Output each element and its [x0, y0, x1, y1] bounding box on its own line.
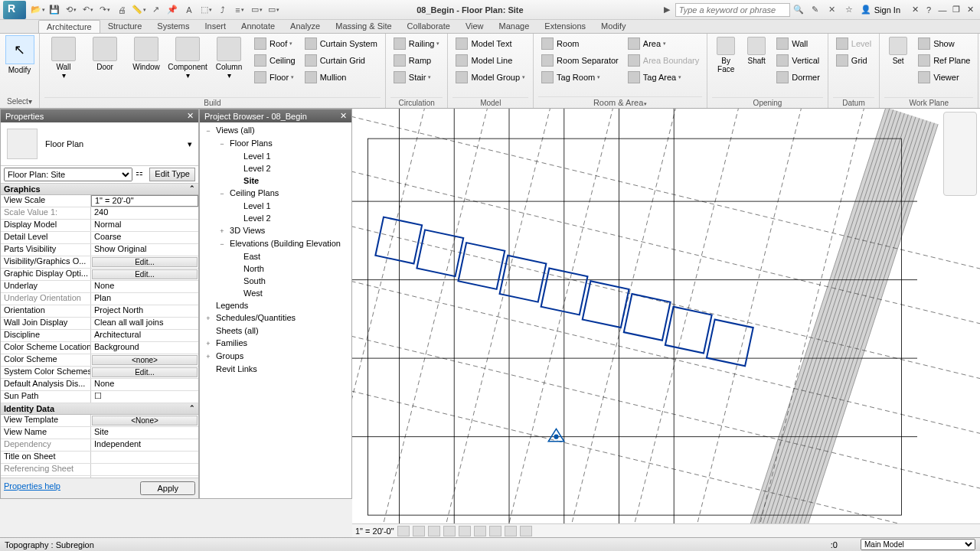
print-icon[interactable]: 🖨 — [114, 2, 129, 18]
properties-grid[interactable]: GraphicsView Scale1" = 20'-0"Scale Value… — [1, 184, 198, 478]
level-button[interactable]: Level — [833, 35, 874, 52]
align-icon[interactable]: ↗ — [148, 2, 163, 18]
prop-row[interactable]: System Color SchemesEdit... — [1, 367, 198, 379]
filter-icon[interactable]: ⚏ — [136, 168, 143, 181]
prop-category[interactable]: Graphics — [1, 184, 198, 195]
comm-icon[interactable]: ✎ — [808, 2, 823, 18]
tree-node[interactable]: − Views (all) — [201, 124, 350, 137]
prop-row[interactable]: Wall Join DisplayClean all wall joins — [1, 318, 198, 330]
app-icon[interactable] — [3, 1, 26, 19]
crop-icon[interactable] — [459, 526, 471, 536]
stair-button[interactable]: Stair — [390, 69, 443, 86]
railing-button[interactable]: Railing — [390, 35, 443, 52]
shaft-button[interactable]: Shaft — [743, 35, 770, 67]
viewer-button[interactable]: Viewer — [915, 69, 973, 86]
model-line-button[interactable]: Model Line — [452, 52, 528, 69]
curtain-system-button[interactable]: Curtain System — [302, 35, 381, 52]
dim-icon[interactable]: 📏 — [131, 2, 146, 18]
curtain-grid-button[interactable]: Curtain Grid — [302, 52, 381, 69]
tree-node[interactable]: − Ceiling Plans — [201, 187, 350, 200]
grid-button[interactable]: Grid — [833, 52, 874, 69]
user-icon[interactable]: 👤 — [858, 2, 874, 18]
tree-node[interactable]: Level 1 — [201, 150, 350, 162]
tree-node[interactable]: Revit Links — [201, 363, 350, 375]
floor-button[interactable]: Floor — [251, 69, 299, 86]
tree-node[interactable]: Sheets (all) — [201, 324, 350, 337]
tab-modify[interactable]: Modify — [593, 20, 633, 33]
prop-row[interactable]: DisciplineArchitectural — [1, 330, 198, 342]
mullion-button[interactable]: Mullion — [302, 69, 381, 86]
show-button[interactable]: Show — [915, 35, 973, 52]
tree-node[interactable]: + Schedules/Quantities — [201, 311, 350, 324]
view-cube[interactable] — [943, 112, 977, 196]
tree-node[interactable]: + Families — [201, 337, 350, 350]
drawing-canvas[interactable]: 1" = 20'-0" — [352, 109, 980, 537]
tab-manage[interactable]: Manage — [492, 20, 537, 33]
apply-button[interactable]: Apply — [140, 481, 195, 495]
tree-node[interactable]: Site — [201, 174, 350, 187]
roof-button[interactable]: Roof — [251, 35, 299, 52]
dormer-button[interactable]: Dormer — [773, 69, 823, 86]
prop-row[interactable]: Visibility/Graphics O...Edit... — [1, 256, 198, 269]
tag-room-button[interactable]: Tag Room — [538, 69, 622, 86]
tree-node[interactable]: − Floor Plans — [201, 137, 350, 150]
vertical-button[interactable]: Vertical — [773, 52, 823, 69]
room-separator-button[interactable]: Room Separator — [538, 52, 622, 69]
search-icon[interactable]: 🔍 — [791, 2, 806, 18]
ceiling-button[interactable]: Ceiling — [251, 52, 299, 69]
switch-windows-icon[interactable]: ▭ — [266, 2, 281, 18]
prop-row[interactable]: Scale Value 1:240 — [1, 207, 198, 220]
by-face-button[interactable]: By Face — [712, 35, 740, 75]
tree-node[interactable]: Level 2 — [201, 212, 350, 224]
properties-help-link[interactable]: Properties help — [4, 481, 60, 495]
prop-row[interactable]: Color Scheme<none> — [1, 354, 198, 367]
tab-extensions[interactable]: Extensions — [537, 20, 593, 33]
prop-row[interactable]: Parts VisibilityShow Original — [1, 244, 198, 256]
save-icon[interactable]: 💾 — [47, 2, 62, 18]
tab-systems[interactable]: Systems — [149, 20, 197, 33]
prop-row[interactable]: Default Analysis Dis...None — [1, 379, 198, 391]
tab-view[interactable]: View — [458, 20, 492, 33]
close-views-icon[interactable]: ▭ — [249, 2, 264, 18]
tab-insert[interactable]: Insert — [198, 20, 234, 33]
column-button[interactable]: Column▾ — [210, 35, 248, 81]
maximize-icon[interactable]: ❐ — [949, 3, 963, 17]
window-button[interactable]: Window — [127, 35, 165, 73]
exchange-icon[interactable]: ✕ — [908, 3, 922, 17]
model-text-button[interactable]: Model Text — [452, 35, 528, 52]
tab-massing-site[interactable]: Massing & Site — [328, 20, 399, 33]
browser-tree[interactable]: − Views (all)− Floor Plans Level 1 Level… — [200, 122, 351, 498]
prop-row[interactable]: Display ModelNormal — [1, 220, 198, 232]
sync-icon[interactable]: ⟲ — [64, 2, 79, 18]
shadow-icon[interactable] — [443, 526, 456, 536]
wall-opening-button[interactable]: Wall — [773, 35, 823, 52]
room-button[interactable]: Room — [538, 35, 622, 52]
open-icon[interactable]: 📂 — [30, 2, 45, 18]
door-button[interactable]: Door — [86, 35, 124, 73]
prop-row[interactable]: Color Scheme LocationBackground — [1, 342, 198, 354]
wall-button[interactable]: Wall▾ — [44, 35, 83, 81]
thin-lines-icon[interactable]: ≡ — [232, 2, 247, 18]
search-input[interactable] — [675, 3, 790, 17]
prop-row[interactable]: Sun Path☐ — [1, 391, 198, 403]
detail-level-icon[interactable] — [397, 526, 410, 536]
key-icon[interactable]: ✕ — [825, 2, 840, 18]
redo-icon[interactable]: ↷ — [97, 2, 113, 18]
visual-style-icon[interactable] — [413, 526, 425, 536]
close-window-icon[interactable]: ✕ — [963, 3, 977, 17]
text-icon[interactable]: A — [181, 2, 197, 18]
tree-node[interactable]: + Groups — [201, 350, 350, 363]
star-icon[interactable]: ☆ — [841, 2, 857, 18]
crop-region-icon[interactable] — [474, 526, 486, 536]
prop-row[interactable]: Referencing Sheet — [1, 464, 198, 476]
prop-row[interactable]: UnderlayNone — [1, 281, 198, 293]
pin-icon[interactable]: 📌 — [165, 2, 180, 18]
prop-row[interactable]: Underlay OrientationPlan — [1, 293, 198, 305]
tab-architecture[interactable]: Architecture — [38, 20, 100, 33]
tree-node[interactable]: Legends — [201, 299, 350, 311]
prop-row[interactable]: Detail LevelCoarse — [1, 232, 198, 244]
prop-row[interactable]: Title on Sheet — [1, 452, 198, 464]
signin-link[interactable]: Sign In — [874, 5, 900, 15]
prop-row[interactable]: View Template<None> — [1, 415, 198, 427]
tree-node[interactable]: − Elevations (Building Elevation — [201, 237, 350, 250]
